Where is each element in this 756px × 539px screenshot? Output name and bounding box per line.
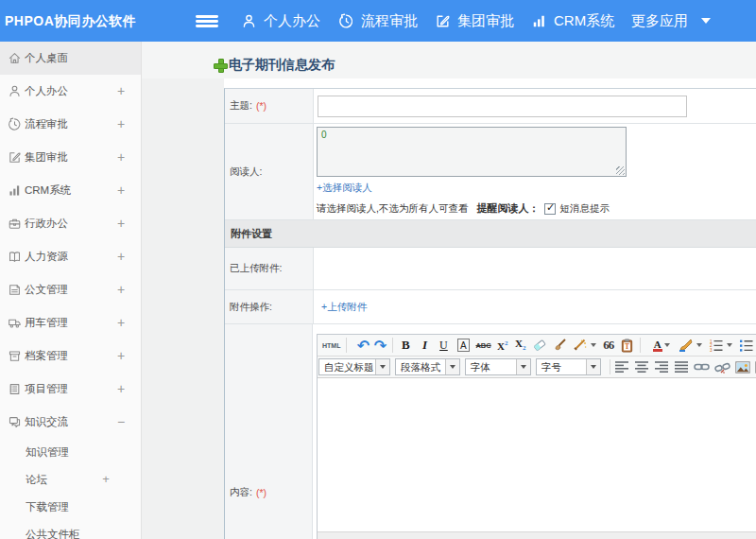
svg-text:3: 3 — [710, 348, 713, 352]
uploaded-attachments-label: 已上传附件: — [225, 248, 314, 290]
toolbar-separator — [640, 338, 641, 353]
font-color-button[interactable]: A — [654, 337, 670, 354]
sidebar-item-个人办公[interactable]: 个人办公+ — [0, 75, 141, 108]
underline-button[interactable]: U — [437, 337, 450, 354]
sidebar-item-人力资源[interactable]: 人力资源+ — [0, 240, 141, 273]
sidebar-item-个人桌面[interactable]: 个人桌面 — [0, 42, 141, 75]
sidebar-item-label: CRM系统 — [25, 174, 71, 207]
font-family-select[interactable]: 字体 — [465, 358, 531, 375]
sidebar-subitem-论坛[interactable]: 论坛+ — [0, 466, 141, 494]
font-size-select[interactable]: 字号 — [536, 358, 601, 375]
italic-button[interactable]: I — [418, 337, 431, 354]
paste-word-button[interactable]: T — [620, 337, 634, 354]
sidebar-item-项目管理[interactable]: 项目管理+ — [0, 373, 141, 406]
edit-icon — [8, 150, 22, 165]
ordered-list-button[interactable]: 123 — [709, 337, 732, 354]
select-readers-link[interactable]: +选择阅读人 — [317, 182, 372, 195]
format-brush-button[interactable] — [553, 337, 568, 354]
expand-toggle-icon[interactable]: + — [114, 339, 128, 373]
menu-toggle-icon[interactable] — [196, 15, 218, 27]
sidebar-item-label: 人力资源 — [25, 240, 68, 273]
expand-toggle-icon[interactable]: + — [114, 75, 128, 108]
readers-textarea[interactable]: 0 — [317, 127, 627, 177]
align-right-button[interactable] — [654, 358, 669, 375]
expand-toggle-icon[interactable]: + — [99, 466, 112, 494]
nav-item-集团审批[interactable]: 集团审批 — [435, 0, 514, 42]
sidebar-item-用车管理[interactable]: 用车管理+ — [0, 306, 141, 339]
expand-toggle-icon[interactable]: + — [114, 273, 128, 306]
expand-toggle-icon[interactable]: + — [114, 240, 128, 273]
strikethrough-button[interactable]: ABC — [475, 337, 490, 354]
page-title-bar: 电子期刊信息发布 — [142, 42, 756, 78]
uploaded-attachments-value — [314, 248, 756, 290]
upload-attachment-link[interactable]: +上传附件 — [321, 301, 367, 314]
unordered-list-button[interactable] — [739, 337, 754, 354]
highlight-color-button[interactable] — [678, 337, 702, 354]
editor-scrollbar[interactable] — [318, 531, 756, 539]
subscript-button[interactable]: X2 — [514, 337, 527, 354]
expand-toggle-icon[interactable]: + — [114, 108, 128, 141]
doc-icon — [8, 283, 22, 297]
toolbar-separator — [610, 359, 610, 374]
source-code-button[interactable]: HTML — [322, 337, 340, 354]
nav-item-更多应用[interactable]: 更多应用 — [631, 0, 711, 42]
sidebar-item-知识交流[interactable]: 知识交流− — [0, 406, 141, 439]
attachment-section-header: 附件设置 — [225, 220, 756, 248]
expand-toggle-icon[interactable]: + — [114, 373, 128, 406]
expand-toggle-icon[interactable]: + — [114, 141, 128, 174]
main-content: 电子期刊信息发布 主题:(*) 阅读人: 0 — [142, 42, 756, 539]
expand-toggle-icon[interactable]: + — [114, 174, 128, 207]
sidebar-subitem-公共文件柜[interactable]: 公共文件柜 — [0, 521, 141, 539]
content-row: 内容:(*) HTML↶↷BIUAABCX2X266TA123 自定义标题段落格… — [225, 324, 756, 539]
expand-toggle-icon[interactable]: − — [114, 406, 128, 439]
align-left-button[interactable] — [614, 358, 629, 375]
editor-body[interactable] — [318, 378, 756, 531]
sidebar-subitem-知识管理[interactable]: 知识管理 — [0, 439, 141, 466]
sidebar-item-label: 个人办公 — [25, 75, 68, 108]
sidebar-item-集团审批[interactable]: 集团审批+ — [0, 141, 141, 174]
font-style-button[interactable]: A — [456, 337, 470, 354]
align-center-button[interactable] — [634, 358, 649, 375]
nav-item-个人办公[interactable]: 个人办公 — [241, 0, 320, 42]
nav-item-label: CRM系统 — [554, 12, 614, 30]
nav-item-label: 个人办公 — [264, 12, 320, 30]
link-button[interactable] — [694, 358, 710, 375]
user-icon — [8, 84, 22, 98]
sidebar-subitem-label: 论坛 — [26, 466, 47, 494]
sidebar-item-CRM系统[interactable]: CRM系统+ — [0, 174, 141, 207]
sidebar-item-档案管理[interactable]: 档案管理+ — [0, 339, 141, 373]
blockquote-button[interactable]: 66 — [602, 337, 615, 354]
sms-remind-checkbox[interactable] — [544, 203, 556, 215]
sidebar-item-公文管理[interactable]: 公文管理+ — [0, 273, 141, 306]
unlink-button[interactable] — [714, 358, 730, 375]
sidebar-subitem-下载管理[interactable]: 下载管理 — [0, 494, 141, 521]
sidebar-item-label: 集团审批 — [25, 141, 68, 174]
resize-grip-icon[interactable] — [616, 166, 625, 175]
image-button[interactable] — [735, 358, 750, 375]
bold-button[interactable]: B — [399, 337, 412, 354]
remove-format-button[interactable] — [532, 337, 547, 354]
toolbar-separator — [346, 338, 347, 353]
sidebar-item-label: 知识交流 — [25, 406, 68, 439]
editor-toolbar-row2: 自定义标题段落格式字体字号 — [318, 356, 756, 378]
align-justify-button[interactable] — [674, 358, 689, 375]
edit-icon — [435, 13, 451, 29]
expand-toggle-icon[interactable]: + — [114, 306, 128, 339]
sidebar-subitem-label: 公共文件柜 — [26, 521, 80, 539]
sidebar-item-行政办公[interactable]: 行政办公+ — [0, 207, 141, 240]
nav-item-流程审批[interactable]: 流程审批 — [338, 0, 418, 42]
app-logo: PHPOA协同办公软件 — [5, 0, 136, 42]
undo-button[interactable]: ↶ — [356, 337, 369, 354]
quick-format-button[interactable] — [573, 337, 596, 354]
nav-item-CRM系统[interactable]: CRM系统 — [531, 0, 614, 42]
svg-text:T: T — [625, 341, 629, 350]
expand-toggle-icon[interactable]: + — [114, 207, 128, 240]
heading-select[interactable]: 自定义标题 — [318, 358, 390, 375]
truck-icon — [8, 316, 22, 330]
app-window: PHPOA协同办公软件 个人办公流程审批集团审批CRM系统更多应用 个人桌面个人… — [0, 0, 756, 539]
sidebar-item-流程审批[interactable]: 流程审批+ — [0, 108, 141, 141]
superscript-button[interactable]: X2 — [496, 337, 509, 354]
redo-button[interactable]: ↷ — [373, 337, 387, 354]
subject-input[interactable] — [318, 96, 687, 117]
paragraph-select[interactable]: 段落格式 — [395, 358, 460, 375]
